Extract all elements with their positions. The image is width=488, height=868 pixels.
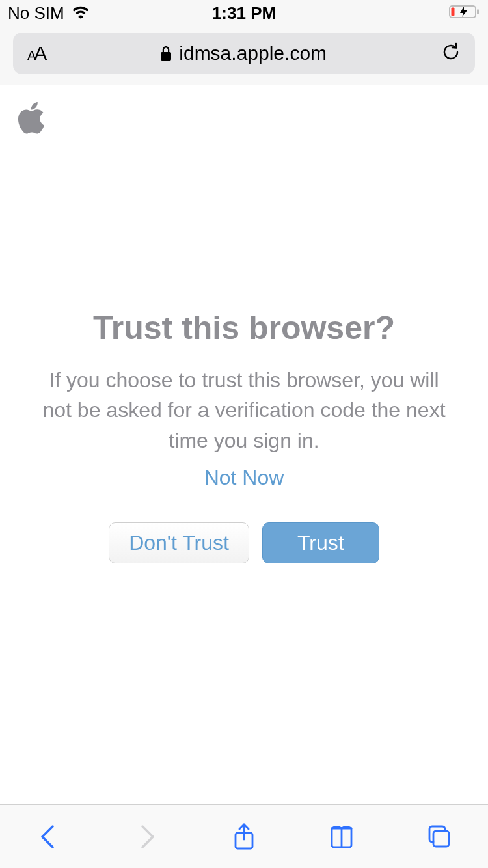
svg-rect-2	[452, 7, 455, 16]
trust-button[interactable]: Trust	[262, 522, 379, 563]
apple-logo-icon	[17, 127, 47, 138]
svg-rect-6	[433, 831, 449, 847]
reload-button[interactable]	[441, 42, 461, 65]
bookmarks-button[interactable]	[327, 822, 356, 851]
wifi-icon	[71, 3, 90, 23]
forward-button[interactable]	[132, 822, 161, 851]
battery-low-charging-icon	[449, 3, 480, 23]
dialog-description: If you choose to trust this browser, you…	[33, 365, 455, 455]
status-left: No SIM	[8, 3, 90, 23]
browser-chrome: AA idmsa.apple.com	[0, 26, 488, 85]
domain-text: idmsa.apple.com	[179, 42, 327, 64]
status-bar: No SIM 1:31 PM	[0, 0, 488, 26]
text-size-button[interactable]: AA	[27, 42, 45, 64]
dialog-title: Trust this browser?	[33, 309, 455, 347]
page-content: Trust this browser? If you choose to tru…	[0, 85, 488, 805]
url-display: idmsa.apple.com	[159, 42, 327, 64]
trust-browser-dialog: Trust this browser? If you choose to tru…	[0, 309, 488, 563]
back-button[interactable]	[34, 822, 63, 851]
tabs-button[interactable]	[425, 822, 454, 851]
browser-toolbar	[0, 804, 488, 868]
carrier-text: No SIM	[8, 3, 64, 23]
dialog-button-row: Don't Trust Trust	[33, 522, 455, 563]
address-bar[interactable]: AA idmsa.apple.com	[13, 33, 475, 74]
status-right	[449, 3, 480, 23]
dont-trust-button[interactable]: Don't Trust	[109, 522, 249, 563]
header-logo-area	[0, 85, 488, 153]
not-now-link[interactable]: Not Now	[204, 466, 284, 490]
svg-rect-1	[477, 9, 479, 14]
status-time: 1:31 PM	[212, 3, 276, 23]
lock-icon	[159, 46, 172, 61]
share-button[interactable]	[230, 822, 258, 851]
